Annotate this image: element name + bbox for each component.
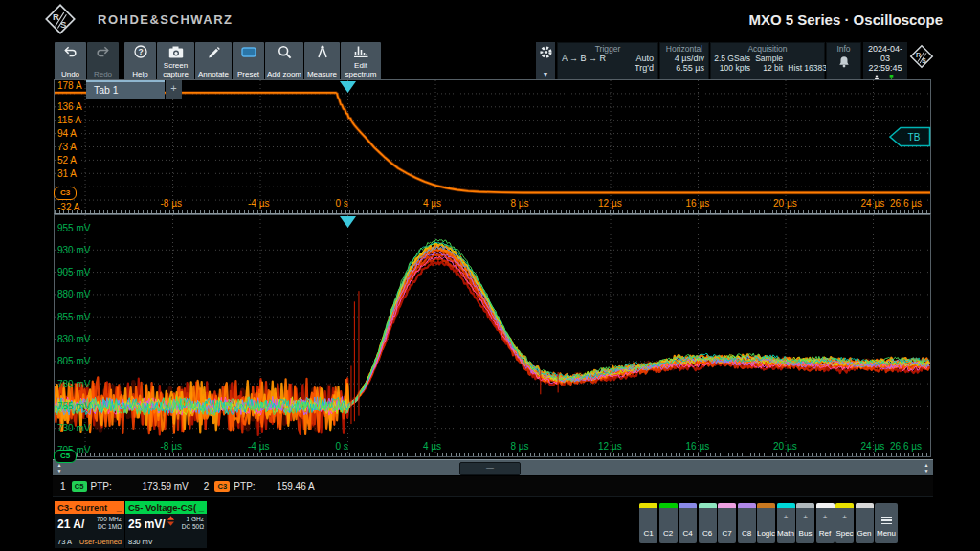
- tab-tab1[interactable]: Tab 1: [86, 80, 165, 99]
- timebase-marker[interactable]: TB: [889, 126, 931, 147]
- signal-button-spec[interactable]: +Spec: [835, 503, 854, 543]
- redo-icon: [96, 45, 110, 62]
- acquisition-points: 100 kpts: [714, 63, 750, 73]
- channel-bandwidth: 1 GHz: [182, 516, 204, 523]
- signal-button-label: Math: [777, 529, 794, 538]
- toolbar-button-undo[interactable]: Undo: [55, 42, 86, 80]
- acquisition-panel[interactable]: Acquisition 2.5 GSa/s Sample 100 kpts 12…: [710, 42, 825, 80]
- scrollbar-handle[interactable]: ―: [459, 462, 521, 475]
- menu-button[interactable]: Menu: [875, 503, 898, 543]
- x-axis-label: 16 µs: [686, 441, 710, 452]
- measurement-index: 1: [60, 481, 66, 492]
- add-tab-button[interactable]: +: [166, 80, 182, 99]
- channel-coupling: DC 50Ω: [182, 523, 204, 531]
- signal-color-bar: [757, 503, 775, 508]
- signal-button-label: Spec: [835, 529, 853, 538]
- trigger-panel[interactable]: Trigger A → B → R Auto Trg'd: [557, 42, 658, 80]
- measurement-type: PTP:: [234, 481, 255, 492]
- x-axis-label: -4 µs: [248, 198, 269, 209]
- toolbar-button-preset[interactable]: Preset: [233, 42, 264, 80]
- date-display: 2024-04-03: [863, 44, 907, 63]
- y-axis-label: -32 A: [57, 202, 79, 212]
- measurement-source-badge[interactable]: C3: [214, 481, 230, 492]
- acquisition-bits: 12 bit: [752, 63, 783, 73]
- signal-button-c8[interactable]: C8: [738, 503, 756, 543]
- undo-icon: [63, 45, 78, 62]
- horizontal-panel[interactable]: Horizontal 4 µs/div 6.55 µs: [659, 42, 709, 80]
- signal-color-bar: [835, 503, 854, 508]
- y-axis-label: 830 mV: [57, 334, 90, 344]
- datetime-box[interactable]: 2024-04-03 22:59:45: [863, 42, 907, 80]
- header-bar: R S ROHDE&SCHWARZ MXO 5 Series · Oscillo…: [38, 0, 943, 38]
- toolbar-button-label: Measure: [307, 71, 337, 78]
- signal-button-c4[interactable]: C4: [679, 503, 697, 543]
- toolbar-button-label: Redo: [94, 71, 112, 78]
- x-axis-label: 12 µs: [598, 198, 622, 209]
- channel-box-c3[interactable]: C3- Current _ 21 A/ 700 MHz DC 1MΩ 73 A …: [55, 501, 124, 548]
- signal-button-ref[interactable]: +Ref: [816, 503, 835, 543]
- signal-color-bar: [777, 503, 795, 508]
- channel-box-c5[interactable]: C5- Voltage-CS( _ 25 mV/ 1 GHz DC 50Ω 83…: [125, 501, 207, 548]
- toolbar-button-add-zoom[interactable]: Add zoom: [265, 42, 303, 80]
- info-panel[interactable]: Info: [826, 42, 861, 80]
- svg-text:S: S: [922, 56, 926, 65]
- magnifier-icon: [278, 45, 292, 63]
- signal-button-c2[interactable]: C2: [659, 503, 678, 543]
- pencil-icon: [207, 45, 220, 62]
- tab-bar: Tab 1 +: [86, 80, 182, 99]
- toolbar-button-measure[interactable]: Measure: [304, 42, 340, 80]
- horizontal-scrollbar[interactable]: ▲▼ ― ▲▼: [53, 459, 933, 475]
- measurement-type: PTP:: [91, 481, 112, 492]
- trigger-panel-header: Trigger: [558, 44, 657, 54]
- toolbar-button-label: Undo: [61, 71, 79, 78]
- caliper-icon: [316, 45, 329, 62]
- gear-icon: [539, 45, 553, 59]
- signal-button-label: Ref: [819, 529, 831, 538]
- x-axis-label: 26.6 µs: [890, 198, 922, 209]
- y-axis-label: 955 mV: [57, 223, 90, 233]
- x-axis-label: -4 µs: [248, 441, 269, 452]
- toolbar-button-screen-capture[interactable]: Screen capture: [157, 42, 194, 80]
- measurement-value: 159.46 A: [256, 481, 315, 492]
- signal-button-c6[interactable]: C6: [699, 503, 717, 543]
- voltage-waveform-plot[interactable]: 955 mV930 mV905 mV880 mV855 mV830 mV805 …: [54, 214, 931, 457]
- signal-button-c7[interactable]: C7: [718, 503, 736, 543]
- x-axis-label: 0 s: [336, 441, 348, 452]
- trigger-settings-button[interactable]: ▼: [536, 42, 555, 80]
- toolbar-button-annotate[interactable]: Annotate: [195, 42, 232, 80]
- y-axis-label: 755 mV: [57, 401, 90, 411]
- minimize-icon[interactable]: _: [199, 502, 204, 513]
- minimize-icon[interactable]: _: [117, 502, 122, 513]
- signal-button-label: Logic: [757, 529, 775, 538]
- signal-button-label: C8: [742, 529, 751, 538]
- measurement-results-bar: 1 C5 PTP: 173.59 mV 2 C3 PTP: 159.46 A: [53, 476, 933, 497]
- signal-button-gen[interactable]: Gen: [856, 503, 874, 543]
- channel-offset: 830 mV: [128, 538, 153, 546]
- signal-button-label: C4: [682, 529, 692, 538]
- x-axis-label: 20 µs: [773, 198, 797, 209]
- toolbar-button-redo[interactable]: Redo: [87, 42, 119, 80]
- x-axis-label: 4 µs: [423, 198, 441, 209]
- oscilloscope-screen: R S ROHDE&SCHWARZ MXO 5 Series · Oscillo…: [0, 0, 980, 551]
- spectrum-icon: [353, 45, 368, 62]
- c3-channel-marker[interactable]: C3: [54, 187, 77, 200]
- signal-button-math[interactable]: +Math: [777, 503, 795, 543]
- scroll-arrows-right[interactable]: ▲▼: [920, 460, 933, 475]
- channel-offset: 73 A: [57, 538, 72, 546]
- svg-text:?: ?: [138, 47, 143, 56]
- toolbar-button-edit-spectrum[interactable]: Edit spectrum: [341, 42, 381, 80]
- signal-button-label: C6: [702, 529, 712, 538]
- signal-button-bus[interactable]: +Bus: [796, 503, 814, 543]
- x-axis-label: -8 µs: [161, 441, 182, 452]
- horizontal-position: 6.55 µs: [660, 63, 708, 73]
- toolbar-button-help[interactable]: ?Help: [124, 42, 156, 80]
- measurement-source-badge[interactable]: C5: [72, 481, 87, 492]
- c5-channel-marker[interactable]: C5: [54, 450, 77, 463]
- signal-button-c1[interactable]: C1: [639, 503, 657, 543]
- signal-button-label: Bus: [799, 529, 813, 538]
- current-waveform-plot[interactable]: 178 A136 A115 A94 A73 A52 A31 A-32 A-8 µ…: [54, 79, 931, 214]
- chevron-down-icon[interactable]: ▼: [543, 71, 549, 77]
- y-axis-label: 805 mV: [57, 356, 90, 366]
- signal-button-logic[interactable]: Logic: [757, 503, 775, 543]
- x-axis-label: -8 µs: [161, 198, 182, 209]
